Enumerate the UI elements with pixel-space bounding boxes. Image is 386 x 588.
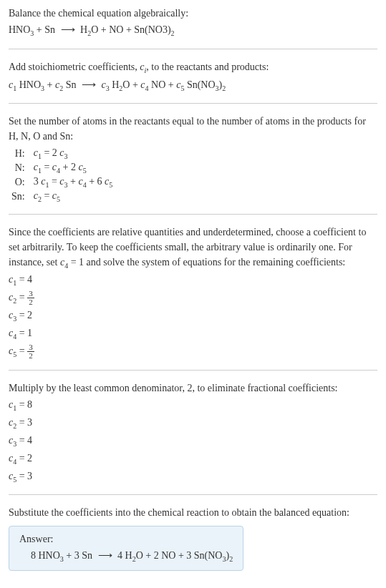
- eq-part: +: [44, 79, 55, 90]
- intro-section: Balance the chemical equation algebraica…: [9, 6, 377, 39]
- val: = 3: [16, 471, 32, 481]
- coef-value: c2 = 32: [9, 290, 377, 306]
- atom-eq: c1 = 2 c3: [31, 147, 116, 161]
- eq-part: =: [42, 190, 52, 201]
- eq-part: HNO: [9, 24, 30, 35]
- coef-sub: 5: [83, 167, 87, 175]
- final-section: Substitute the coefficients into the che…: [9, 505, 377, 571]
- coef-value: c5 = 32: [9, 343, 377, 360]
- coef-sub: 5: [109, 181, 112, 189]
- val: = 3: [16, 417, 32, 428]
- val: = 2: [16, 310, 32, 320]
- eq-sub: 2: [222, 84, 226, 92]
- coef-value: c2 = 3: [9, 415, 377, 431]
- choice-section: Since the coefficients are relative quan…: [9, 225, 377, 361]
- divider: [9, 103, 377, 104]
- mult-section: Multiply by the least common denominator…: [9, 381, 377, 484]
- eq-part: + 3 Sn: [64, 550, 95, 561]
- table-row: O: 3 c1 = c3 + c4 + 6 c5: [9, 175, 115, 190]
- eq-part: O + NO + Sn(NO3): [91, 24, 170, 35]
- coef-value: c1 = 4: [9, 272, 377, 288]
- coef-value: c5 = 3: [9, 469, 377, 485]
- atom-eq: c1 = c4 + 2 c5: [31, 161, 116, 175]
- coef-value: c3 = 4: [9, 433, 377, 449]
- eq-part: Sn(NO: [184, 79, 215, 90]
- choice-text: Since the coefficients are relative quan…: [9, 225, 377, 271]
- eq-part: O + 2 NO + 3 Sn(NO: [136, 550, 223, 561]
- coef-sub: 5: [57, 195, 60, 203]
- eq-part: + 6: [87, 176, 105, 187]
- eq-part: 4 H: [115, 550, 132, 561]
- coef-value: c4 = 1: [9, 325, 377, 342]
- atoms-section: Set the number of atoms in the reactants…: [9, 114, 377, 203]
- val: = 4: [16, 435, 32, 446]
- atom-label: Sn:: [9, 190, 31, 204]
- answer-equation: 8 HNO3 + 3 Sn ⟶ 4 H2O + 2 NO + 3 Sn(NO3)…: [19, 549, 233, 563]
- table-row: N: c1 = c4 + 2 c5: [9, 161, 115, 175]
- divider: [9, 214, 377, 215]
- coef-value: c3 = 2: [9, 308, 377, 324]
- intro-equation: HNO3 + Sn ⟶ H2O + NO + Sn(NO3)2: [9, 22, 377, 39]
- eq-part: =: [42, 162, 52, 172]
- val: = 8: [16, 399, 32, 410]
- intro-text: Balance the chemical equation algebraica…: [9, 6, 377, 21]
- fraction: 32: [27, 343, 34, 360]
- final-text: Substitute the coefficients into the che…: [9, 505, 377, 520]
- eq-part: =: [49, 176, 59, 187]
- atoms-intro: Set the number of atoms in the reactants…: [9, 114, 377, 144]
- text-part: = 1 and solve the system of equations fo…: [68, 257, 345, 268]
- answer-box: Answer: 8 HNO3 + 3 Sn ⟶ 4 H2O + 2 NO + 3…: [9, 526, 243, 571]
- val: = 2: [16, 453, 32, 464]
- eq-part: H: [78, 24, 88, 35]
- eq-part: =: [16, 346, 27, 356]
- denominator: 2: [27, 352, 34, 360]
- eq-part: =: [16, 292, 27, 303]
- eq-part: + 2: [60, 162, 78, 172]
- table-row: Sn: c2 = c5: [9, 190, 115, 204]
- eq-part: O +: [122, 79, 140, 90]
- eq-part: + Sn: [34, 24, 57, 35]
- text-part: Add stoichiometric coefficients,: [9, 62, 140, 72]
- atom-eq: 3 c1 = c3 + c4 + 6 c5: [31, 175, 116, 190]
- mult-text: Multiply by the least common denominator…: [9, 381, 377, 396]
- atom-label: O:: [9, 175, 31, 190]
- divider: [9, 494, 377, 495]
- coef-value: c4 = 2: [9, 451, 377, 467]
- answer-label: Answer:: [19, 534, 233, 545]
- val: = 4: [16, 274, 32, 285]
- coef-value: c1 = 8: [9, 397, 377, 413]
- eq-part: H: [110, 79, 120, 90]
- coef-sub: 3: [64, 152, 68, 160]
- eq-sub: 2: [229, 555, 233, 563]
- eq-sub: 2: [171, 29, 175, 37]
- divider: [9, 49, 377, 49]
- eq-part: HNO: [16, 79, 41, 90]
- atom-label: N:: [9, 161, 31, 175]
- divider: [9, 370, 377, 371]
- stoich-section: Add stoichiometric coefficients, ci, to …: [9, 59, 377, 94]
- eq-part: 8 HNO: [31, 550, 60, 561]
- atoms-table: H: c1 = 2 c3 N: c1 = c4 + 2 c5 O: 3 c1 =…: [9, 147, 115, 203]
- arrow-icon: ⟶: [61, 24, 75, 35]
- atom-eq: c2 = c5: [31, 190, 116, 204]
- denominator: 2: [27, 298, 34, 306]
- atom-label: H:: [9, 147, 31, 161]
- eq-part: NO +: [149, 79, 177, 90]
- arrow-icon: ⟶: [98, 550, 112, 561]
- val: = 1: [16, 328, 32, 338]
- eq-part: 3: [34, 176, 42, 187]
- fraction: 32: [27, 290, 34, 306]
- text-part: , to the reactants and products:: [146, 62, 269, 72]
- stoich-text: Add stoichiometric coefficients, ci, to …: [9, 59, 377, 76]
- eq-part: Sn: [63, 79, 79, 90]
- eq-part: +: [68, 176, 79, 187]
- table-row: H: c1 = 2 c3: [9, 147, 115, 161]
- stoich-equation: c1 HNO3 + c2 Sn ⟶ c3 H2O + c4 NO + c5 Sn…: [9, 77, 377, 94]
- eq-part: = 2: [42, 147, 59, 158]
- arrow-icon: ⟶: [82, 79, 96, 90]
